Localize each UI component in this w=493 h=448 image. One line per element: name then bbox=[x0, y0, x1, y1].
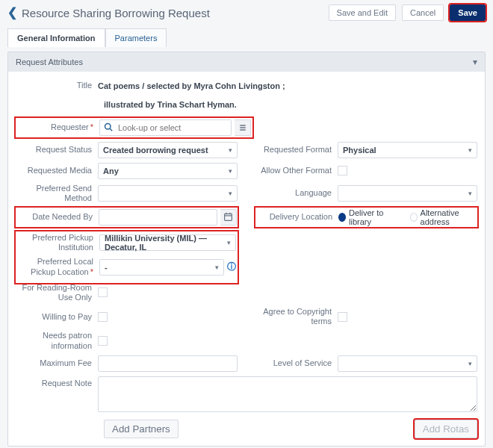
allow-other-checkbox[interactable] bbox=[338, 166, 347, 175]
save-button[interactable]: Save bbox=[450, 4, 486, 21]
request-note[interactable] bbox=[98, 376, 477, 412]
request-attributes-header[interactable]: Request Attributes ▾ bbox=[8, 52, 485, 72]
allow-other-label: Allow Other Format bbox=[255, 166, 338, 175]
search-icon bbox=[100, 122, 117, 133]
reading-room-checkbox[interactable] bbox=[98, 287, 108, 297]
delivery-label: Delivery Location bbox=[256, 212, 338, 222]
language-select[interactable]: ▾ bbox=[338, 185, 477, 202]
chevron-down-icon: ▾ bbox=[473, 57, 477, 67]
delivery-radio-library[interactable]: Deliver to library bbox=[338, 208, 397, 226]
pickup-loc-label: Preferred Local Pickup Location* bbox=[17, 257, 99, 276]
copyright-label: Agree to Copyright terms bbox=[255, 307, 338, 326]
calendar-icon[interactable] bbox=[220, 209, 237, 225]
request-attributes-panel: Request Attributes ▾ Title Cat poems / s… bbox=[7, 52, 486, 447]
status-label: Request Status bbox=[16, 145, 98, 155]
requester-label: Requester* bbox=[17, 122, 99, 132]
page-title: Resource Sharing Borrowing Request bbox=[22, 7, 210, 19]
los-label: Level of Service bbox=[255, 358, 338, 368]
format-select[interactable]: Physical▾ bbox=[338, 142, 477, 158]
willing-pay-checkbox[interactable] bbox=[98, 312, 108, 322]
tab-parameters[interactable]: Parameters bbox=[105, 28, 167, 47]
back-button[interactable]: ❮ bbox=[7, 7, 17, 19]
pickup-inst-select[interactable]: Millikin University (MIL) —Decatur, IL▾ bbox=[99, 234, 236, 251]
title-line2: illustrated by Trina Schart Hyman. bbox=[16, 99, 477, 112]
svg-rect-5 bbox=[225, 214, 232, 221]
panel-title: Request Attributes bbox=[16, 57, 83, 66]
pickup-inst-label: Preferred Pickup Institution bbox=[17, 233, 99, 252]
date-needed-label: Date Needed By bbox=[16, 212, 99, 222]
list-icon[interactable] bbox=[235, 119, 251, 136]
media-select[interactable]: Any▾ bbox=[98, 163, 238, 179]
copyright-checkbox[interactable] bbox=[338, 312, 347, 322]
willing-pay-label: Willing to Pay bbox=[16, 312, 98, 322]
title-value: Cat poems / selected by Myra Cohn Living… bbox=[98, 81, 285, 90]
max-fee-input[interactable] bbox=[98, 355, 238, 372]
page-header: ❮ Resource Sharing Borrowing Request Sav… bbox=[7, 4, 486, 21]
tab-general[interactable]: General Information bbox=[7, 28, 105, 47]
requester-lookup[interactable] bbox=[99, 119, 232, 136]
reading-room-label: For Reading-Room Use Only bbox=[16, 283, 98, 302]
title-label: Title bbox=[16, 81, 98, 90]
requester-input[interactable] bbox=[117, 120, 231, 135]
language-label: Language bbox=[255, 188, 338, 198]
media-label: Requested Media bbox=[16, 166, 98, 175]
info-icon[interactable]: ⓘ bbox=[227, 261, 236, 273]
date-needed-input[interactable] bbox=[99, 209, 217, 225]
max-fee-label: Maximum Fee bbox=[16, 358, 98, 368]
cancel-button[interactable]: Cancel bbox=[402, 4, 444, 21]
save-edit-button[interactable]: Save and Edit bbox=[329, 4, 397, 21]
needs-info-label: Needs patron information bbox=[16, 331, 98, 350]
los-select[interactable]: ▾ bbox=[338, 355, 477, 372]
status-select[interactable]: Created borrowing request▾ bbox=[98, 142, 238, 158]
svg-line-1 bbox=[110, 128, 112, 131]
pickup-loc-select[interactable]: -▾ bbox=[99, 259, 224, 276]
add-rotas-button[interactable]: Add Rotas bbox=[415, 420, 477, 438]
add-partners-button[interactable]: Add Partners bbox=[104, 420, 179, 438]
note-label: Request Note bbox=[16, 376, 98, 388]
send-method-label: Preferred Send Method bbox=[16, 184, 98, 203]
format-label: Requested Format bbox=[255, 145, 338, 155]
send-method-select[interactable]: ▾ bbox=[98, 185, 238, 202]
needs-info-checkbox[interactable] bbox=[98, 336, 108, 346]
svg-point-0 bbox=[105, 123, 111, 129]
tabs: General Information Parameters bbox=[7, 28, 486, 47]
delivery-radio-alt[interactable]: Alternative address bbox=[410, 208, 477, 226]
